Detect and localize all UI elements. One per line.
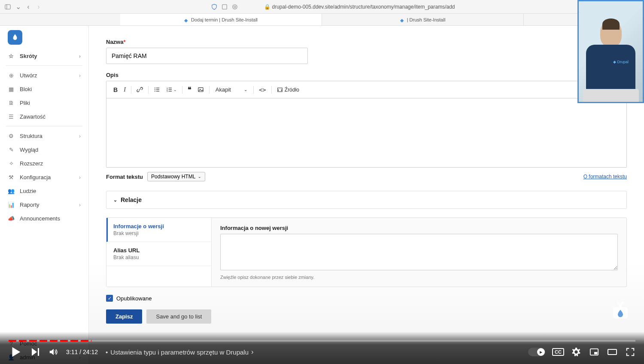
svg-point-5 <box>155 88 155 89</box>
theater-button[interactable] <box>607 347 617 357</box>
drupal-logo[interactable] <box>8 30 22 45</box>
sidebar-item-label: Pliki <box>20 100 30 106</box>
sidebar-item-label: Skróty <box>20 53 37 59</box>
svg-point-23 <box>621 302 624 304</box>
published-checkbox[interactable]: ✓ <box>106 295 113 302</box>
paragraph-format-select[interactable]: Akapit⌄ <box>212 85 251 95</box>
svg-rect-26 <box>594 352 597 355</box>
image-button[interactable] <box>195 85 207 95</box>
people-icon: 👥 <box>8 187 15 194</box>
bold-button[interactable]: B <box>111 85 120 95</box>
divider <box>6 126 82 126</box>
dropdown-icon[interactable]: ⌄ <box>15 3 21 10</box>
channel-watermark[interactable] <box>610 300 631 321</box>
save-button[interactable]: Zapisz <box>106 309 142 324</box>
name-label: Nazwa* <box>106 39 627 45</box>
back-icon[interactable]: ‹ <box>25 3 32 10</box>
url-bar[interactable]: 🔒 drupal-demo-005.ddev.site/admin/struct… <box>264 4 455 10</box>
sidebar-item-people[interactable]: 👥 Ludzie <box>0 184 88 198</box>
svg-rect-24 <box>38 348 39 356</box>
reader-icon[interactable] <box>221 3 228 10</box>
captions-button[interactable]: CC <box>553 347 563 357</box>
source-button[interactable]: Źródło <box>274 85 302 95</box>
star-icon: ☆ <box>8 52 15 59</box>
video-player-controls: 3:11 / 24:12 • Ustawienia typu i paramet… <box>0 332 644 364</box>
fullscreen-button[interactable] <box>625 347 635 357</box>
volume-button[interactable] <box>48 347 58 357</box>
sidebar-item-appearance[interactable]: ✎ Wygląd <box>0 143 88 156</box>
svg-point-3 <box>232 4 237 9</box>
sliders-icon: ⚒ <box>8 174 15 180</box>
sidebar-item-label: Wygląd <box>20 147 38 153</box>
admin-sidebar: ☆ Skróty › ⊕ Utwórz › ▦ Bloki 🗎 Pliki ☰ … <box>0 26 89 364</box>
sidebar-item-reports[interactable]: 📊 Raporty › <box>0 198 88 211</box>
revision-tab-info[interactable]: Informacje o wersji Brak wersji <box>106 218 211 242</box>
sidebar-item-announcements[interactable]: 📣 Announcements <box>0 211 88 225</box>
plus-circle-icon: ⊕ <box>8 72 15 79</box>
chevron-right-icon: › <box>79 133 81 139</box>
sidebar-item-create[interactable]: ⊕ Utwórz › <box>0 68 88 82</box>
chart-icon: 📊 <box>8 201 15 208</box>
link-button[interactable] <box>134 85 146 95</box>
presenter-webcam: ◆ Drupal <box>577 0 644 103</box>
shield-icon[interactable] <box>211 3 218 10</box>
revision-tab-alias[interactable]: Alias URL Brak aliasu <box>106 242 211 266</box>
revision-log-textarea[interactable] <box>220 234 618 270</box>
url-text: drupal-demo-005.ddev.site/admin/structur… <box>272 4 455 10</box>
settings-button[interactable] <box>571 347 581 357</box>
autoplay-toggle[interactable] <box>528 348 545 356</box>
numbered-list-button[interactable]: 123⌄ <box>164 85 179 95</box>
sidebar-item-files[interactable]: 🗎 Pliki <box>0 96 88 110</box>
svg-rect-27 <box>608 349 617 355</box>
brush-icon: ✎ <box>8 146 15 153</box>
browser-tab-1[interactable]: ◆ Dodaj termin | Drush Site-Install <box>120 14 322 25</box>
code-button[interactable]: <> <box>256 85 269 95</box>
sidebar-item-label: Announcements <box>20 215 60 222</box>
divider <box>6 65 82 66</box>
forward-icon[interactable]: › <box>35 3 42 10</box>
next-button[interactable] <box>30 347 40 357</box>
miniplayer-button[interactable] <box>589 347 599 357</box>
text-format-select[interactable]: Podstawowy HTML⌄ <box>147 172 205 181</box>
megaphone-icon: 📣 <box>8 215 15 222</box>
sidebar-item-content[interactable]: ☰ Zawartość <box>0 110 88 123</box>
sidebar-item-label: Bloki <box>20 86 32 92</box>
video-chapter[interactable]: • Ustawienia typu i parametrów sprzętu w… <box>106 348 254 356</box>
save-and-list-button[interactable]: Save and go to list <box>146 309 211 324</box>
bullet-list-button[interactable] <box>151 85 163 95</box>
chevron-right-icon: › <box>79 53 81 59</box>
sidebar-toggle-icon[interactable] <box>4 3 11 10</box>
svg-rect-0 <box>5 4 10 9</box>
text-format-help-link[interactable]: O formatach tekstu <box>583 174 627 180</box>
relations-details[interactable]: ⌄ Relacje <box>106 191 627 209</box>
blockquote-button[interactable]: ❝ <box>185 84 194 95</box>
editor-textarea[interactable] <box>106 98 626 167</box>
chevron-right-icon: › <box>79 174 81 180</box>
browser-tab-2[interactable]: ◆ | Drush Site-Install <box>322 14 524 25</box>
chevron-right-icon: › <box>79 72 81 79</box>
sidebar-item-blocks[interactable]: ▦ Bloki <box>0 82 88 96</box>
extension-icon[interactable] <box>231 3 238 10</box>
drupal-icon: ◆ <box>400 18 404 22</box>
sidebar-item-label: Rozszerz <box>20 160 43 167</box>
revision-tab-title: Informacje o wersji <box>113 223 204 229</box>
video-progress-bar[interactable] <box>9 340 635 342</box>
italic-button[interactable]: I <box>121 85 128 95</box>
sidebar-item-config[interactable]: ⚒ Konfiguracja › <box>0 170 88 184</box>
play-button[interactable] <box>9 345 22 359</box>
tab-label: | Drush Site-Install <box>407 17 446 22</box>
revision-tab-subtitle: Brak wersji <box>113 230 204 236</box>
wysiwyg-editor: B I 123⌄ ❝ Akapit⌄ <> <box>106 81 627 168</box>
name-input[interactable] <box>106 48 308 64</box>
browser-chrome: ⌄ ‹ › 🔒 drupal-demo-005.ddev.site/admin/… <box>0 0 644 14</box>
lock-icon: 🔒 <box>264 4 270 10</box>
sidebar-item-shortcuts[interactable]: ☆ Skróty › <box>0 49 88 63</box>
browser-tabs: ◆ Dodaj termin | Drush Site-Install ◆ | … <box>0 14 644 26</box>
svg-text:3: 3 <box>167 90 168 92</box>
sidebar-item-structure[interactable]: ⚙ Struktura › <box>0 129 88 143</box>
description-label: Opis <box>106 72 627 78</box>
published-label: Opublikowane <box>116 295 152 302</box>
editor-toolbar: B I 123⌄ ❝ Akapit⌄ <> <box>106 81 626 98</box>
sidebar-item-extend[interactable]: ✧ Rozszerz <box>0 156 88 170</box>
tab-label: Dodaj termin | Drush Site-Install <box>191 17 258 22</box>
